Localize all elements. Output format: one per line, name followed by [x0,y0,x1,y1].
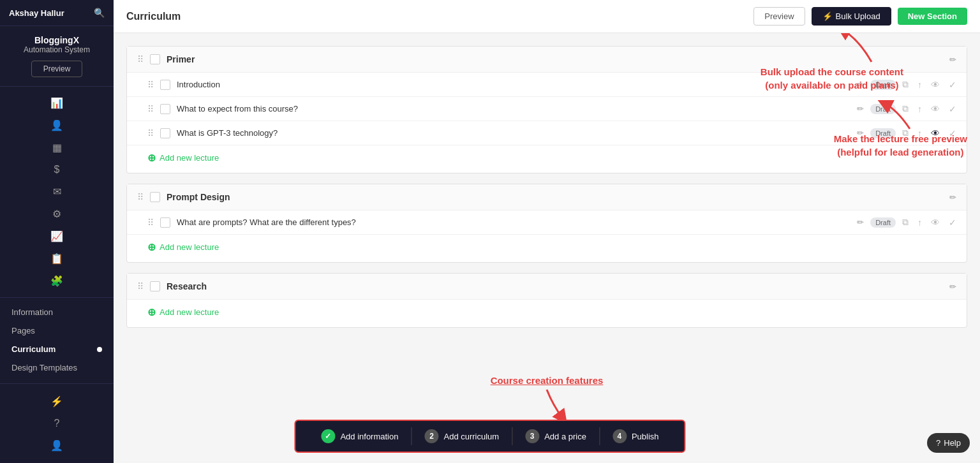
drag-handle-primer[interactable]: ⠿ [137,54,144,64]
eye-icon-gpt3[interactable]: 👁 [931,128,940,138]
eye-icon-expect[interactable]: 👁 [931,104,940,114]
section-primer-checkbox[interactable] [150,54,160,64]
lecture-prompts-status: Draft [870,217,896,228]
sidebar-item-design-templates[interactable]: Design Templates [0,358,114,377]
lecture-expect-checkbox[interactable] [160,104,170,114]
check-icon-expect[interactable]: ✓ [949,104,956,114]
section-primer-header: ⠿ Primer ✏ [127,47,967,73]
help-question-icon: ? [936,438,940,448]
wizard-step-add-curriculum[interactable]: 2 Add curriculum [412,429,512,443]
section-research-title: Research [167,281,943,291]
sidebar-bottom: ⚡ ? 👤 [0,383,114,463]
wizard-step-num-1: ✓ [321,429,335,443]
lecture-gpt3-edit-icon[interactable]: ✏ [857,128,864,138]
wizard-step-num-4: 4 [612,429,627,443]
drag-handle-gpt3[interactable]: ⠿ [147,128,154,138]
section-primer-edit-icon[interactable]: ✏ [949,55,956,64]
upload-icon-intro[interactable]: ↑ [917,80,922,90]
copy-icon-gpt3[interactable]: ⧉ [902,128,909,138]
sidebar-icon-dollar[interactable]: $ [0,159,114,180]
lecture-row-prompts: ⠿ What are prompts? What are the differe… [127,210,967,235]
lecture-prompts-checkbox[interactable] [160,217,170,228]
topbar: Curriculum Preview ⚡ Bulk Upload New Sec… [114,0,980,33]
sidebar-item-information[interactable]: Information [0,303,114,321]
check-icon-prompts[interactable]: ✓ [949,217,956,228]
preview-button[interactable]: Preview [754,7,805,26]
sidebar-icon-layout[interactable]: ▦ [0,136,114,159]
eye-icon-intro[interactable]: 👁 [931,80,940,90]
new-section-button[interactable]: New Section [898,8,967,25]
sidebar-header: Akshay Hallur 🔍 [0,0,114,26]
wizard-step-publish[interactable]: 4 Publish [600,429,672,443]
lecture-gpt3-status: Draft [870,128,896,138]
bolt-icon: ⚡ [822,11,833,21]
drag-handle-prompt-design[interactable]: ⠿ [137,192,144,202]
sidebar-user-icon[interactable]: 👤 [0,434,114,457]
sidebar-item-pricing[interactable]: Pricing [0,377,114,383]
section-primer-title: Primer [167,54,943,64]
section-prompt-design-title: Prompt Design [167,192,943,202]
upload-icon-prompts[interactable]: ↑ [917,217,922,228]
lecture-expect-edit-icon[interactable]: ✏ [857,104,864,114]
drag-handle-intro[interactable]: ⠿ [147,80,154,90]
course-creation-arrow [515,386,579,425]
upload-icon-expect[interactable]: ↑ [917,104,922,114]
sidebar-preview-button[interactable]: Preview [31,61,83,77]
section-prompt-design-edit-icon[interactable]: ✏ [949,193,956,202]
sidebar-brand: BloggingX Automation System Preview [0,26,114,87]
sidebar-item-pages[interactable]: Pages [0,321,114,340]
drag-handle-expect[interactable]: ⠿ [147,104,154,114]
add-lecture-prompt-design[interactable]: ⊕ Add new lecture [127,235,967,262]
sidebar-bolt-icon[interactable]: ⚡ [0,390,114,413]
lecture-gpt3-checkbox[interactable] [160,128,170,138]
upload-icon-gpt3[interactable]: ↑ [917,128,922,138]
sidebar-icon-puzzle[interactable]: 🧩 [0,270,114,292]
sidebar-icon-settings[interactable]: ⚙ [0,203,114,225]
add-lecture-research-label: Add new lecture [160,307,219,317]
sidebar: Akshay Hallur 🔍 BloggingX Automation Sys… [0,0,114,463]
sidebar-icon-users[interactable]: 👤 [0,114,114,136]
section-prompt-design-checkbox[interactable] [150,192,160,202]
eye-icon-prompts[interactable]: 👁 [931,217,940,228]
drag-handle-research[interactable]: ⠿ [137,281,144,291]
user-name: Akshay Hallur [9,8,64,18]
active-indicator [97,347,102,352]
sidebar-icon-notes[interactable]: 📋 [0,247,114,270]
section-research-edit-icon[interactable]: ✏ [949,282,956,291]
sidebar-icon-mail[interactable]: ✉ [0,180,114,203]
lecture-intro-actions: ⧉ ↑ 👁 ✓ [902,79,956,90]
lecture-row-gpt3: ⠿ What is GPT-3 technology? ✏ Draft ⧉ ↑ … [127,121,967,145]
copy-icon-expect[interactable]: ⧉ [902,103,909,114]
sidebar-help-icon[interactable]: ? [0,413,114,434]
section-research-checkbox[interactable] [150,281,160,291]
drag-handle-prompts[interactable]: ⠿ [147,217,154,228]
main-area: Curriculum Preview ⚡ Bulk Upload New Sec… [114,0,980,463]
copy-icon-prompts[interactable]: ⧉ [902,217,909,228]
lecture-prompts-title: What are prompts? What are the different… [177,217,850,227]
check-icon-gpt3[interactable]: ✓ [949,128,956,138]
lecture-intro-checkbox[interactable] [160,80,170,90]
search-icon[interactable]: 🔍 [94,8,105,18]
brand-sub: Automation System [9,45,105,54]
lecture-intro-edit-icon[interactable]: ✏ [857,80,864,89]
wizard-step-add-info[interactable]: ✓ Add information [308,429,411,443]
lecture-prompts-actions: ⧉ ↑ 👁 ✓ [902,217,956,228]
lecture-intro-status: Draft [870,80,896,90]
check-icon-intro[interactable]: ✓ [949,80,956,90]
lecture-prompts-edit-icon[interactable]: ✏ [857,217,864,227]
sidebar-icon-dashboard[interactable]: 📊 [0,92,114,114]
add-lecture-research-icon: ⊕ [147,306,156,318]
wizard-step-add-price[interactable]: 3 Add a price [512,429,599,443]
add-lecture-research[interactable]: ⊕ Add new lecture [127,300,967,327]
help-label: Help [944,438,961,448]
bulk-upload-button[interactable]: ⚡ Bulk Upload [812,7,891,26]
help-button[interactable]: ? Help [927,433,970,453]
section-research-header: ⠿ Research ✏ [127,274,967,300]
sidebar-nav: Information Pages Curriculum Design Temp… [0,298,114,383]
wizard-step-num-2: 2 [424,429,438,443]
copy-icon-intro[interactable]: ⧉ [902,79,909,90]
add-lecture-primer[interactable]: ⊕ Add new lecture [127,145,967,173]
wizard-step-label-1: Add information [340,432,398,441]
sidebar-icon-analytics[interactable]: 📈 [0,225,114,247]
sidebar-item-curriculum[interactable]: Curriculum [0,340,114,358]
